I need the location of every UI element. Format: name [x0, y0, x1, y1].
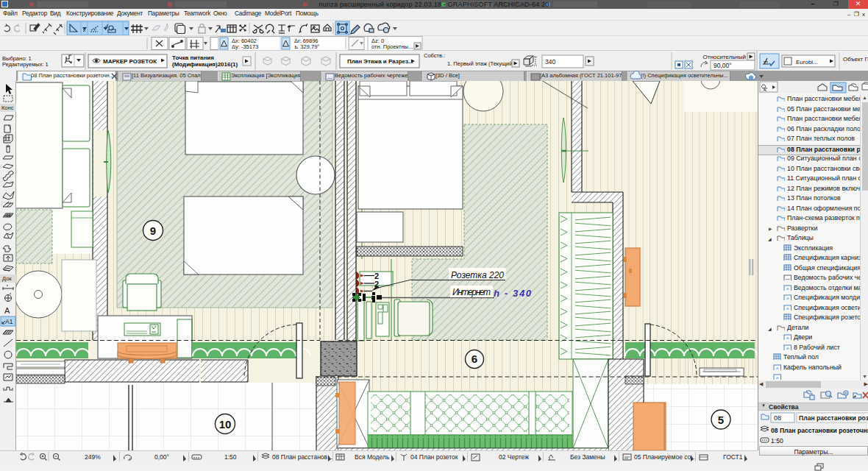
- svg-text:Розетка 220: Розетка 220: [451, 270, 504, 280]
- svg-text:A: A: [4, 306, 10, 315]
- svg-text:Относительный: Относительный: [703, 54, 746, 60]
- svg-text:План Этажа и Разрез...: План Этажа и Разрез...: [347, 58, 413, 65]
- svg-text:6: 6: [472, 353, 477, 365]
- svg-text:Точка питания: Точка питания: [172, 54, 214, 61]
- svg-text:План расстановки розеточных г: План расстановки розеточных г: [799, 414, 868, 422]
- svg-text:08: 08: [774, 414, 781, 422]
- svg-text:08 План расстановки розеточных: 08 План расстановки розеточных групп: [771, 427, 868, 434]
- svg-text:Интернет: Интернет: [452, 287, 491, 297]
- svg-text:1:50: 1:50: [771, 437, 783, 445]
- svg-text:МАРКЕР РОЗЕТОК: МАРКЕР РОЗЕТОК: [103, 58, 157, 65]
- svg-text:Конс: Конс: [1, 105, 14, 111]
- svg-text:1. Первый этаж (Текущий): 1. Первый этаж (Текущий): [447, 60, 514, 67]
- svg-text:Δy: -35173: Δy: -35173: [232, 43, 258, 50]
- svg-text:9: 9: [150, 224, 156, 237]
- svg-text:Объект По: Объект По: [843, 56, 868, 63]
- svg-text:Собств.:: Собств.:: [424, 52, 445, 59]
- svg-text:⊾ 329,79°: ⊾ 329,79°: [294, 43, 319, 50]
- svg-text:отн. Проектны...: отн. Проектны...: [371, 43, 413, 50]
- svg-text:90,00°: 90,00°: [714, 62, 732, 69]
- svg-text:5: 5: [718, 414, 724, 426]
- svg-text:Eurobi...: Eurobi...: [796, 59, 818, 65]
- svg-text:A1: A1: [5, 318, 13, 325]
- svg-text:10: 10: [219, 418, 232, 431]
- svg-text:340: 340: [545, 58, 555, 65]
- svg-text:Док: Док: [2, 275, 12, 282]
- svg-text:h - 340: h - 340: [494, 288, 532, 299]
- svg-text:(Модификация)2016(1): (Модификация)2016(1): [172, 61, 238, 68]
